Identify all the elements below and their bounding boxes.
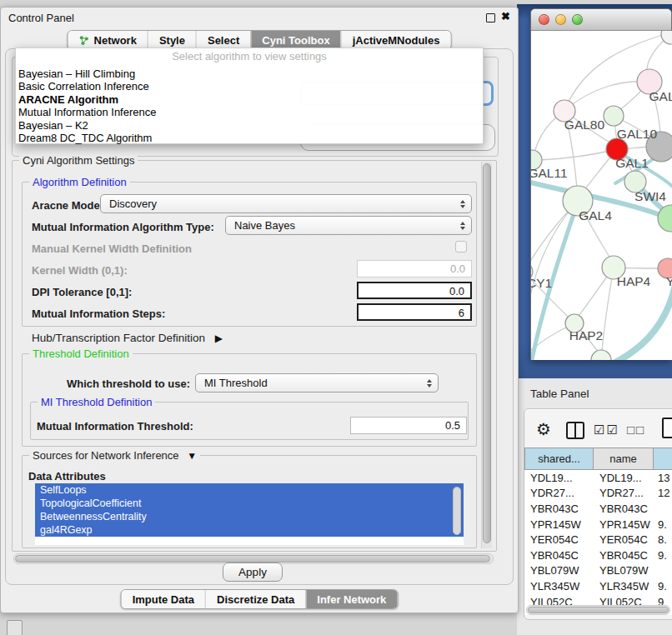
gear-icon[interactable]: ⚙ <box>536 419 551 439</box>
table-row[interactable]: YBL079WYBL079W <box>524 563 672 579</box>
table-cell: YER054C <box>594 533 654 546</box>
mi-threshold-label: Mutual Information Threshold: <box>37 420 193 432</box>
apply-button-label: Apply <box>238 566 267 578</box>
settings-scrollbar-thumb[interactable] <box>483 163 491 543</box>
network-graph: GALGAL80GAL10GAL1GAL11SWI4GAL4GCY1HAP4YH… <box>531 31 672 360</box>
tab-select[interactable]: Select <box>196 31 250 49</box>
table-row[interactable]: YBR043CYBR043C <box>524 501 672 517</box>
algorithm-option-basic-correlation-inference[interactable]: Basic Correlation Inference <box>16 80 483 92</box>
kernel-width-label: Kernel Width (0,1): <box>32 264 128 277</box>
network-edge[interactable] <box>539 149 617 160</box>
algorithm-option-bayesian-hill-climbing[interactable]: Bayesian – Hill Climbing <box>16 68 483 80</box>
attribute-item-topologicalcoefficient[interactable]: TopologicalCoefficient <box>35 497 464 510</box>
settings-vertical-scrollbar[interactable] <box>481 162 492 548</box>
spinner-arrows-icon <box>460 200 465 208</box>
algorithm-option-aracne-algorithm[interactable]: ARACNE Algorithm <box>16 93 483 106</box>
network-edge[interactable] <box>564 82 649 111</box>
node-gal10[interactable] <box>604 106 624 126</box>
corner-widget-icon[interactable] <box>7 620 23 635</box>
node-label-gcy1: GCY1 <box>531 276 552 290</box>
attribute-item-betweennesscentrality[interactable]: BetweennessCentrality <box>35 510 464 523</box>
algorithm-option-mutual-information-inference[interactable]: Mutual Information Inference <box>16 106 483 118</box>
network-view-window: GALGAL80GAL10GAL1GAL11SWI4GAL4GCY1HAP4YH… <box>530 8 672 360</box>
column-header-shared[interactable]: shared... <box>524 448 594 470</box>
table-cell: YDL19... <box>594 472 654 484</box>
network-edge[interactable] <box>602 268 614 352</box>
table-row[interactable]: YPR145WYPR145W9. <box>524 517 672 532</box>
table-header-row: shared...nameA <box>524 448 672 470</box>
node-label-gal80: GAL80 <box>564 118 605 132</box>
mi-steps-label: Mutual Information Steps: <box>32 308 165 320</box>
node-table[interactable]: shared...nameA YDL19...YDL19...13YDR27..… <box>524 448 672 615</box>
tab-style[interactable]: Style <box>148 31 196 49</box>
table-cell: 9. <box>654 549 672 562</box>
table-cell: 8. <box>654 533 672 546</box>
table-row[interactable]: YER054CYER054C8. <box>524 532 672 548</box>
tab-jactivemnodules[interactable]: jActiveMNodules <box>341 31 451 49</box>
tab-infer-network[interactable]: Infer Network <box>305 590 397 608</box>
attribute-item-gal4rgexp[interactable]: gal4RGexp <box>35 523 464 537</box>
tab-discretize-data[interactable]: Discretize Data <box>205 590 305 608</box>
tab-cyni-toolbox[interactable]: Cyni Toolbox <box>250 31 340 49</box>
data-attributes-list[interactable]: SelfLoopsTopologicalCoefficientBetweenne… <box>35 483 464 545</box>
table-cell: 12 <box>654 487 672 499</box>
checked-boxes-icon[interactable]: ☑☑ <box>594 422 619 438</box>
node-label-gal1: GAL1 <box>615 156 649 170</box>
collapsed-arrow-icon: ▶ <box>215 332 223 344</box>
table-cell: YLR345W <box>594 580 654 592</box>
mi-algorithm-type-select[interactable]: Naive Bayes <box>225 216 472 235</box>
table-row[interactable]: YDR27...YDR27...12 <box>524 486 672 502</box>
cyni-algorithm-settings-title: Cyni Algorithm Settings <box>19 154 138 167</box>
expanded-arrow-icon: ▼ <box>187 450 197 462</box>
table-row[interactable]: YLR345WYLR345W9. <box>524 578 672 594</box>
table-cell: YBL079W <box>524 564 594 577</box>
table-horizontal-scrollbar[interactable] <box>526 605 670 615</box>
table-cell: YBL079W <box>594 564 654 577</box>
float-window-icon[interactable] <box>486 13 495 22</box>
column-header-name[interactable]: name <box>594 448 654 470</box>
attribute-item-selfloops[interactable]: SelfLoops <box>35 483 464 497</box>
which-threshold-select[interactable]: MI Threshold <box>195 373 439 392</box>
close-traffic-light[interactable] <box>539 14 549 25</box>
table-row[interactable]: YBR045CYBR045C9. <box>524 548 672 563</box>
network-window-titlebar[interactable] <box>531 9 671 31</box>
table-panel-title: Table Panel <box>530 388 589 400</box>
node-label-gal: GAL <box>649 89 672 103</box>
apply-button[interactable]: Apply <box>223 562 283 582</box>
table-cell: YBR043C <box>594 502 654 515</box>
unchecked-boxes-icon[interactable]: □□ <box>627 422 645 437</box>
table-cell: YPR145W <box>524 518 594 531</box>
attributes-scrollbar-thumb[interactable] <box>453 487 461 535</box>
tab-network[interactable]: Network <box>68 31 148 49</box>
table-cell: 13 <box>654 472 672 484</box>
tab-label: jActiveMNodules <box>353 34 440 47</box>
network-canvas[interactable]: GALGAL80GAL10GAL1GAL11SWI4GAL4GCY1HAP4YH… <box>531 31 672 360</box>
sources-toggle[interactable]: Sources for Network Inference ▼ <box>29 449 200 462</box>
kernel-width-field[interactable]: 0.0 <box>357 260 472 278</box>
table-cell: 9. <box>654 518 672 531</box>
manual-kernel-width-checkbox[interactable] <box>455 241 467 252</box>
aracne-mode-select[interactable]: Discovery <box>100 194 472 213</box>
hub-definition-toggle[interactable]: Hub/Transcription Factor Definition ▶ <box>32 332 223 344</box>
network-tab-icon <box>79 35 90 46</box>
table-row[interactable]: YDL19...YDL19...13 <box>524 470 672 486</box>
network-edge-highlighted[interactable] <box>599 288 672 360</box>
tab-impute-data[interactable]: Impute Data <box>122 590 205 608</box>
node-bottom[interactable] <box>591 350 611 360</box>
tab-label: Discretize Data <box>217 593 294 606</box>
algorithm-option-bayesian-k2[interactable]: Bayesian – K2 <box>16 119 483 132</box>
columns-icon[interactable] <box>566 422 584 439</box>
document-icon[interactable] <box>662 418 672 438</box>
minimize-traffic-light[interactable] <box>555 14 566 25</box>
dpi-tolerance-field[interactable]: 0.0 <box>357 282 472 299</box>
node-label-gal10: GAL10 <box>617 127 658 141</box>
settings-hscrollbar-thumb[interactable] <box>15 555 490 562</box>
mi-steps-field[interactable]: 6 <box>357 303 472 321</box>
close-icon[interactable]: ✖ <box>501 10 510 22</box>
column-header-a[interactable]: A <box>654 448 672 470</box>
algorithm-option-dream8-dc-tdc-algorithm[interactable]: Dream8 DC_TDC Algorithm <box>16 132 483 144</box>
tab-label: Select <box>208 34 239 47</box>
table-scrollbar-thumb[interactable] <box>528 607 669 613</box>
zoom-traffic-light[interactable] <box>572 14 583 25</box>
mi-threshold-field[interactable]: 0.5 <box>350 417 467 434</box>
